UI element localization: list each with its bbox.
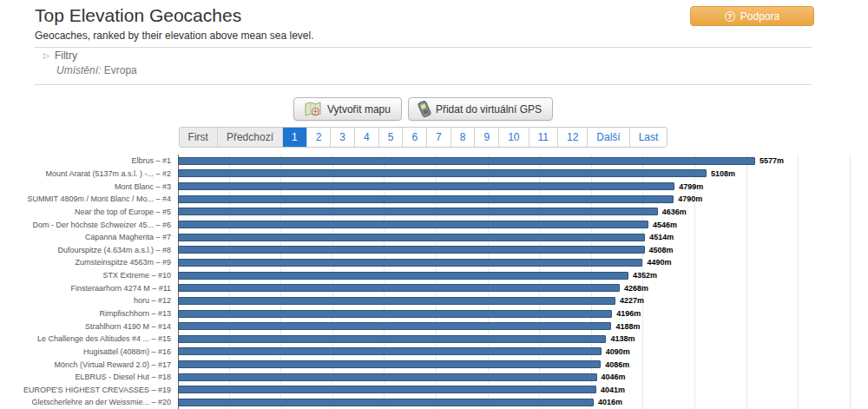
chart-row: STX Extreme – #104352m <box>0 269 868 282</box>
page: Top Elevation Geocaches Geocaches, ranke… <box>0 0 868 409</box>
value-label: 4636m <box>662 208 687 216</box>
chart-row: horu – #124227m <box>0 294 868 307</box>
map-icon <box>305 102 321 116</box>
add-to-virtual-gps-label: Přidat do virtuální GPS <box>436 103 542 115</box>
category-label: ELBRUS - Diesel Hut – #18 <box>0 373 178 381</box>
create-map-label: Vytvořit mapu <box>327 103 391 115</box>
gps-device-icon <box>417 99 433 118</box>
support-button[interactable]: ? Podpora <box>690 6 814 26</box>
category-label: Capanna Magherita – #7 <box>0 233 178 241</box>
category-label: Elbrus – #1 <box>0 156 178 165</box>
pagination-item-12[interactable]: 12 <box>557 128 587 147</box>
bar[interactable] <box>178 234 645 241</box>
category-label: Gletscherlehre an der Weissmie... – #20 <box>0 398 178 406</box>
pagination-item-9[interactable]: 9 <box>474 128 498 147</box>
chart-row: Le Challenge des Altitudes #4 ... – #154… <box>0 333 868 346</box>
question-circle-icon: ? <box>725 11 735 22</box>
value-label: 4196m <box>616 309 641 318</box>
chart-row: EUROPE'S HIGHEST CREVASSES – #194041m <box>0 384 868 397</box>
value-label: 4188m <box>615 322 640 331</box>
bar[interactable] <box>178 360 601 368</box>
chart-row: Dufourspitze (4.634m a.s.l.) – #84508m <box>0 243 868 256</box>
value-label: 4046m <box>602 373 626 381</box>
category-label: Strahlhorn 4190 M – #14 <box>0 322 178 331</box>
add-to-virtual-gps-button[interactable]: Přidat do virtuální GPS <box>408 97 553 121</box>
category-label: Le Challenge des Altitudes #4 ... – #15 <box>0 334 178 343</box>
value-label: 4090m <box>606 347 630 356</box>
category-label: Mönch (Virtual Reward 2.0) – #17 <box>0 360 178 369</box>
pagination-item-další[interactable]: Další <box>587 128 628 147</box>
value-label: 4041m <box>601 386 625 394</box>
filters-label: Filtry <box>55 49 77 62</box>
bar[interactable] <box>178 322 611 330</box>
bar[interactable] <box>178 373 597 381</box>
bar[interactable] <box>178 297 615 305</box>
bar[interactable] <box>178 246 645 254</box>
value-label: 5108m <box>711 169 735 178</box>
bar[interactable] <box>178 259 642 267</box>
chart-row: Rimpfischhorn – #134196m <box>0 307 868 320</box>
bar[interactable] <box>178 157 755 165</box>
expander-triangle-icon: ▷ <box>43 50 49 61</box>
category-label: Mont Blanc – #3 <box>0 182 178 191</box>
pagination-item-10[interactable]: 10 <box>498 128 528 147</box>
chart-row: Dom - Der höchste Schweizer 45... – #645… <box>0 218 868 231</box>
value-label: 4016m <box>598 398 622 406</box>
value-label: 4086m <box>605 360 629 369</box>
pagination-item-3[interactable]: 3 <box>330 128 354 147</box>
bar[interactable] <box>178 195 674 203</box>
filters-toggle[interactable]: ▷ Filtry <box>43 49 137 62</box>
create-map-button[interactable]: Vytvořit mapu <box>293 97 402 121</box>
pagination-item-6[interactable]: 6 <box>402 128 426 147</box>
value-label: 4490m <box>647 258 671 267</box>
divider <box>35 47 812 48</box>
value-label: 4268m <box>624 284 648 293</box>
category-label: Dom - Der höchste Schweizer 45... – #6 <box>0 221 178 229</box>
pagination-box: FirstPředchozí123456789101112DalšíLast <box>179 127 668 148</box>
category-label: Mount Ararat (5137m a.s.l. ) -... – #2 <box>0 169 178 178</box>
page-title: Top Elevation Geocaches <box>35 5 241 26</box>
category-label: Rimpfischhorn – #13 <box>0 309 178 318</box>
value-label: 4508m <box>649 246 674 254</box>
value-label: 4790m <box>678 195 702 203</box>
bar[interactable] <box>178 169 707 177</box>
chart-rows: Elbrus – #15577mMount Ararat (5137m a.s.… <box>0 155 868 409</box>
pagination-item-4[interactable]: 4 <box>354 128 378 147</box>
category-label: EUROPE'S HIGHEST CREVASSES – #19 <box>0 386 178 394</box>
pagination-item-1[interactable]: 1 <box>282 128 306 147</box>
chart-row: Capanna Magherita – #74514m <box>0 231 868 244</box>
bar[interactable] <box>178 399 594 406</box>
bar[interactable] <box>178 386 596 393</box>
bar[interactable] <box>178 272 628 280</box>
category-label: Near the top of Europe – #5 <box>0 208 178 216</box>
value-label: 4799m <box>679 182 703 191</box>
pagination-item-2[interactable]: 2 <box>306 128 331 147</box>
chart-row: Finsteraarhorn 4274 M – #114268m <box>0 281 868 294</box>
chart-row: Zumsteinspitze 4563m – #94490m <box>0 256 868 269</box>
category-label: STX Extreme – #10 <box>0 271 178 280</box>
pagination-item-5[interactable]: 5 <box>378 128 403 147</box>
chart-row: Hugisattel (4088m) – #164090m <box>0 346 868 359</box>
bar[interactable] <box>178 284 620 292</box>
pagination-item-11[interactable]: 11 <box>529 128 557 147</box>
value-label: 4546m <box>653 221 677 229</box>
pagination-item-8[interactable]: 8 <box>450 128 475 147</box>
chart-row: Strahlhorn 4190 M – #144188m <box>0 320 868 333</box>
chart-row: ELBRUS - Diesel Hut – #184046m <box>0 371 868 384</box>
chart-row: Near the top of Europe – #54636m <box>0 206 868 219</box>
value-label: 4352m <box>633 271 657 280</box>
pagination-item-last[interactable]: Last <box>629 128 667 147</box>
elevation-bar-chart: Geocache Elbrus – #15577mMount Ararat (5… <box>0 155 868 409</box>
bar[interactable] <box>178 182 674 190</box>
pagination-item-předchozí: Předchozí <box>217 128 282 147</box>
bar[interactable] <box>178 335 606 343</box>
value-label: 4227m <box>620 296 644 305</box>
pagination-item-7[interactable]: 7 <box>426 128 450 147</box>
filter-location-label: Umístění: <box>56 64 101 76</box>
bar[interactable] <box>178 347 602 355</box>
category-label: Finsteraarhorn 4274 M – #11 <box>0 284 178 293</box>
bar[interactable] <box>178 208 658 215</box>
bar[interactable] <box>178 221 648 228</box>
bar[interactable] <box>178 310 612 318</box>
filter-location-value: Evropa <box>104 64 137 76</box>
